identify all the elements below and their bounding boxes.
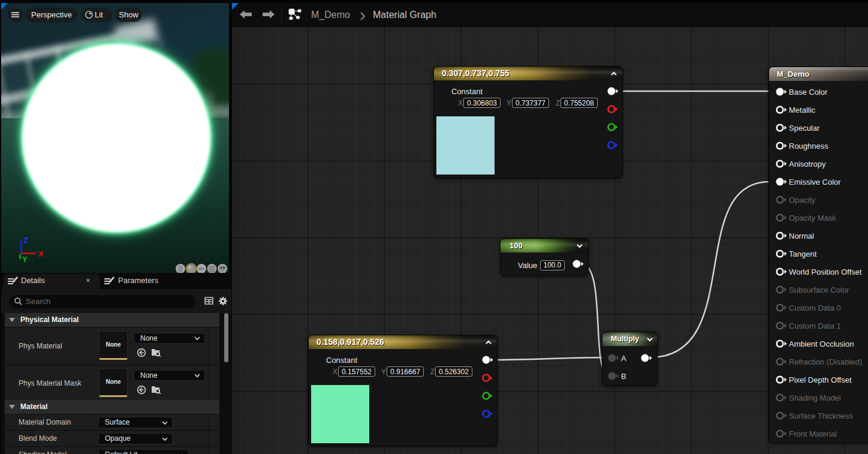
svg-text:X: X	[38, 249, 44, 258]
svg-text:Z: Z	[23, 236, 28, 245]
svg-text:Y: Y	[22, 255, 28, 264]
